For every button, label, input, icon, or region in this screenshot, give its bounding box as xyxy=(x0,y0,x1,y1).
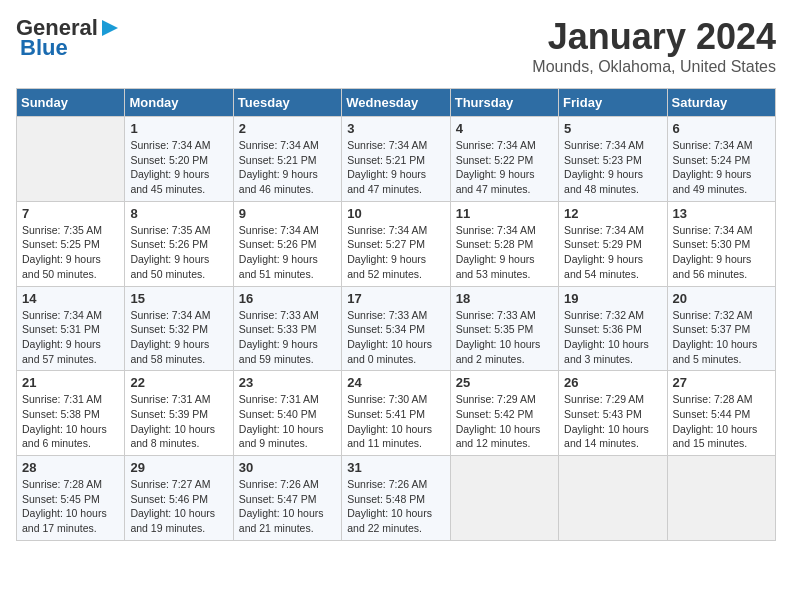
calendar-cell: 1Sunrise: 7:34 AMSunset: 5:20 PMDaylight… xyxy=(125,117,233,202)
weekday-header-wednesday: Wednesday xyxy=(342,89,450,117)
day-number: 20 xyxy=(673,291,770,306)
calendar-table: SundayMondayTuesdayWednesdayThursdayFrid… xyxy=(16,88,776,541)
day-number: 21 xyxy=(22,375,119,390)
calendar-cell: 29Sunrise: 7:27 AMSunset: 5:46 PMDayligh… xyxy=(125,456,233,541)
day-info: Sunrise: 7:31 AMSunset: 5:40 PMDaylight:… xyxy=(239,392,336,451)
day-info: Sunrise: 7:34 AMSunset: 5:28 PMDaylight:… xyxy=(456,223,553,282)
weekday-header-monday: Monday xyxy=(125,89,233,117)
title-section: January 2024 Mounds, Oklahoma, United St… xyxy=(532,16,776,76)
weekday-header-thursday: Thursday xyxy=(450,89,558,117)
calendar-cell: 15Sunrise: 7:34 AMSunset: 5:32 PMDayligh… xyxy=(125,286,233,371)
day-number: 23 xyxy=(239,375,336,390)
calendar-cell: 16Sunrise: 7:33 AMSunset: 5:33 PMDayligh… xyxy=(233,286,341,371)
day-info: Sunrise: 7:34 AMSunset: 5:21 PMDaylight:… xyxy=(239,138,336,197)
day-info: Sunrise: 7:34 AMSunset: 5:24 PMDaylight:… xyxy=(673,138,770,197)
calendar-cell: 2Sunrise: 7:34 AMSunset: 5:21 PMDaylight… xyxy=(233,117,341,202)
weekday-header-tuesday: Tuesday xyxy=(233,89,341,117)
day-info: Sunrise: 7:34 AMSunset: 5:29 PMDaylight:… xyxy=(564,223,661,282)
day-number: 18 xyxy=(456,291,553,306)
day-info: Sunrise: 7:32 AMSunset: 5:37 PMDaylight:… xyxy=(673,308,770,367)
svg-marker-0 xyxy=(102,20,118,36)
day-number: 7 xyxy=(22,206,119,221)
calendar-cell: 24Sunrise: 7:30 AMSunset: 5:41 PMDayligh… xyxy=(342,371,450,456)
day-number: 6 xyxy=(673,121,770,136)
day-number: 15 xyxy=(130,291,227,306)
calendar-cell: 17Sunrise: 7:33 AMSunset: 5:34 PMDayligh… xyxy=(342,286,450,371)
calendar-cell: 28Sunrise: 7:28 AMSunset: 5:45 PMDayligh… xyxy=(17,456,125,541)
day-number: 30 xyxy=(239,460,336,475)
calendar-cell: 10Sunrise: 7:34 AMSunset: 5:27 PMDayligh… xyxy=(342,201,450,286)
weekday-header-saturday: Saturday xyxy=(667,89,775,117)
calendar-week-row: 1Sunrise: 7:34 AMSunset: 5:20 PMDaylight… xyxy=(17,117,776,202)
day-info: Sunrise: 7:26 AMSunset: 5:48 PMDaylight:… xyxy=(347,477,444,536)
day-info: Sunrise: 7:31 AMSunset: 5:38 PMDaylight:… xyxy=(22,392,119,451)
calendar-cell: 30Sunrise: 7:26 AMSunset: 5:47 PMDayligh… xyxy=(233,456,341,541)
day-number: 11 xyxy=(456,206,553,221)
weekday-header-sunday: Sunday xyxy=(17,89,125,117)
day-number: 29 xyxy=(130,460,227,475)
day-info: Sunrise: 7:34 AMSunset: 5:23 PMDaylight:… xyxy=(564,138,661,197)
day-number: 22 xyxy=(130,375,227,390)
day-info: Sunrise: 7:34 AMSunset: 5:22 PMDaylight:… xyxy=(456,138,553,197)
calendar-week-row: 14Sunrise: 7:34 AMSunset: 5:31 PMDayligh… xyxy=(17,286,776,371)
calendar-cell: 26Sunrise: 7:29 AMSunset: 5:43 PMDayligh… xyxy=(559,371,667,456)
day-info: Sunrise: 7:34 AMSunset: 5:27 PMDaylight:… xyxy=(347,223,444,282)
day-number: 8 xyxy=(130,206,227,221)
day-info: Sunrise: 7:27 AMSunset: 5:46 PMDaylight:… xyxy=(130,477,227,536)
day-info: Sunrise: 7:28 AMSunset: 5:44 PMDaylight:… xyxy=(673,392,770,451)
calendar-cell: 22Sunrise: 7:31 AMSunset: 5:39 PMDayligh… xyxy=(125,371,233,456)
calendar-cell: 4Sunrise: 7:34 AMSunset: 5:22 PMDaylight… xyxy=(450,117,558,202)
logo-arrow-icon xyxy=(100,18,120,38)
day-number: 28 xyxy=(22,460,119,475)
calendar-cell xyxy=(17,117,125,202)
day-info: Sunrise: 7:31 AMSunset: 5:39 PMDaylight:… xyxy=(130,392,227,451)
day-number: 17 xyxy=(347,291,444,306)
weekday-header-friday: Friday xyxy=(559,89,667,117)
day-info: Sunrise: 7:34 AMSunset: 5:26 PMDaylight:… xyxy=(239,223,336,282)
day-info: Sunrise: 7:32 AMSunset: 5:36 PMDaylight:… xyxy=(564,308,661,367)
day-number: 13 xyxy=(673,206,770,221)
day-info: Sunrise: 7:34 AMSunset: 5:31 PMDaylight:… xyxy=(22,308,119,367)
day-info: Sunrise: 7:28 AMSunset: 5:45 PMDaylight:… xyxy=(22,477,119,536)
day-info: Sunrise: 7:34 AMSunset: 5:30 PMDaylight:… xyxy=(673,223,770,282)
day-info: Sunrise: 7:30 AMSunset: 5:41 PMDaylight:… xyxy=(347,392,444,451)
day-number: 24 xyxy=(347,375,444,390)
day-number: 4 xyxy=(456,121,553,136)
day-number: 9 xyxy=(239,206,336,221)
day-info: Sunrise: 7:33 AMSunset: 5:35 PMDaylight:… xyxy=(456,308,553,367)
day-number: 12 xyxy=(564,206,661,221)
calendar-week-row: 7Sunrise: 7:35 AMSunset: 5:25 PMDaylight… xyxy=(17,201,776,286)
day-info: Sunrise: 7:29 AMSunset: 5:42 PMDaylight:… xyxy=(456,392,553,451)
calendar-body: 1Sunrise: 7:34 AMSunset: 5:20 PMDaylight… xyxy=(17,117,776,541)
logo-blue-text: Blue xyxy=(20,36,68,60)
day-number: 26 xyxy=(564,375,661,390)
calendar-cell: 20Sunrise: 7:32 AMSunset: 5:37 PMDayligh… xyxy=(667,286,775,371)
calendar-cell: 8Sunrise: 7:35 AMSunset: 5:26 PMDaylight… xyxy=(125,201,233,286)
day-number: 31 xyxy=(347,460,444,475)
day-number: 16 xyxy=(239,291,336,306)
day-info: Sunrise: 7:34 AMSunset: 5:20 PMDaylight:… xyxy=(130,138,227,197)
calendar-cell: 5Sunrise: 7:34 AMSunset: 5:23 PMDaylight… xyxy=(559,117,667,202)
calendar-cell: 12Sunrise: 7:34 AMSunset: 5:29 PMDayligh… xyxy=(559,201,667,286)
day-number: 27 xyxy=(673,375,770,390)
calendar-cell: 3Sunrise: 7:34 AMSunset: 5:21 PMDaylight… xyxy=(342,117,450,202)
day-info: Sunrise: 7:33 AMSunset: 5:34 PMDaylight:… xyxy=(347,308,444,367)
day-info: Sunrise: 7:35 AMSunset: 5:25 PMDaylight:… xyxy=(22,223,119,282)
calendar-cell xyxy=(559,456,667,541)
calendar-cell: 19Sunrise: 7:32 AMSunset: 5:36 PMDayligh… xyxy=(559,286,667,371)
day-info: Sunrise: 7:33 AMSunset: 5:33 PMDaylight:… xyxy=(239,308,336,367)
calendar-cell: 14Sunrise: 7:34 AMSunset: 5:31 PMDayligh… xyxy=(17,286,125,371)
calendar-cell xyxy=(667,456,775,541)
calendar-cell: 7Sunrise: 7:35 AMSunset: 5:25 PMDaylight… xyxy=(17,201,125,286)
day-number: 1 xyxy=(130,121,227,136)
calendar-cell: 9Sunrise: 7:34 AMSunset: 5:26 PMDaylight… xyxy=(233,201,341,286)
calendar-cell: 27Sunrise: 7:28 AMSunset: 5:44 PMDayligh… xyxy=(667,371,775,456)
day-number: 2 xyxy=(239,121,336,136)
day-number: 5 xyxy=(564,121,661,136)
day-number: 14 xyxy=(22,291,119,306)
calendar-cell: 11Sunrise: 7:34 AMSunset: 5:28 PMDayligh… xyxy=(450,201,558,286)
calendar-cell: 21Sunrise: 7:31 AMSunset: 5:38 PMDayligh… xyxy=(17,371,125,456)
calendar-cell xyxy=(450,456,558,541)
day-number: 3 xyxy=(347,121,444,136)
calendar-cell: 13Sunrise: 7:34 AMSunset: 5:30 PMDayligh… xyxy=(667,201,775,286)
